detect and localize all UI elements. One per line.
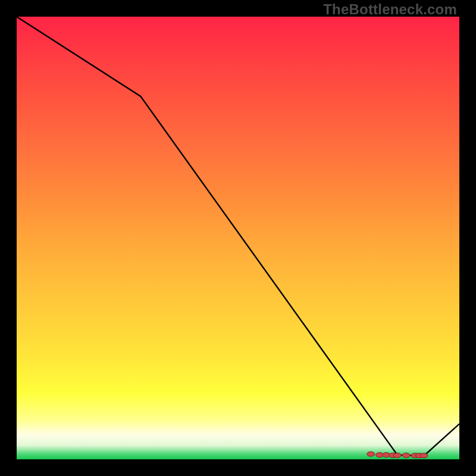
chart-frame: TheBottleneck.com: [0, 0, 476, 476]
plot-area: [17, 17, 459, 459]
watermark-label: TheBottleneck.com: [323, 1, 457, 18]
